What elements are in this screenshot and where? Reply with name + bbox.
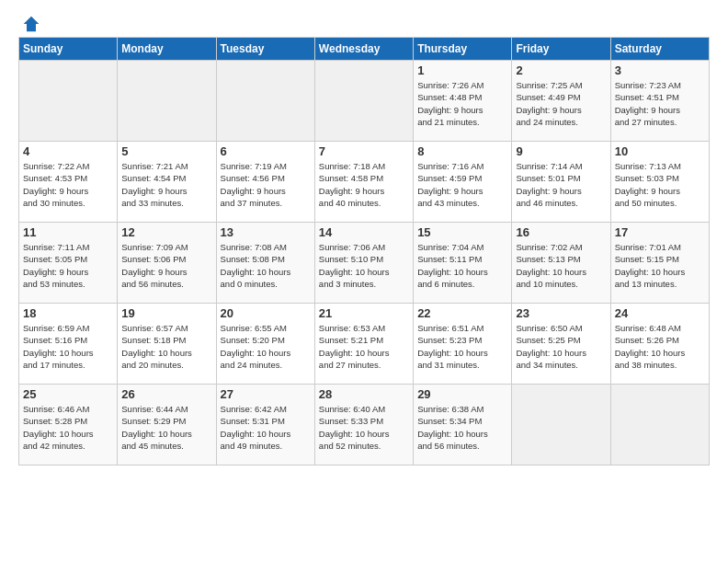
day-info: Sunrise: 7:18 AM Sunset: 4:58 PM Dayligh… [319,160,409,209]
day-number: 19 [121,306,211,320]
calendar-cell: 29Sunrise: 6:38 AM Sunset: 5:34 PM Dayli… [414,385,512,465]
day-info: Sunrise: 7:13 AM Sunset: 5:03 PM Dayligh… [615,160,705,209]
calendar-day-header: Friday [512,38,610,61]
day-info: Sunrise: 6:53 AM Sunset: 5:21 PM Dayligh… [319,322,409,371]
calendar-cell [314,61,413,142]
calendar-cell: 11Sunrise: 7:11 AM Sunset: 5:05 PM Dayli… [19,223,118,304]
calendar-week-row: 25Sunrise: 6:46 AM Sunset: 5:28 PM Dayli… [19,385,710,465]
calendar-cell: 6Sunrise: 7:19 AM Sunset: 4:56 PM Daylig… [216,142,314,223]
calendar-cell: 19Sunrise: 6:57 AM Sunset: 5:18 PM Dayli… [118,304,216,385]
day-number: 5 [121,144,211,158]
day-info: Sunrise: 7:23 AM Sunset: 4:51 PM Dayligh… [615,79,705,128]
calendar-cell: 14Sunrise: 7:06 AM Sunset: 5:10 PM Dayli… [314,223,413,304]
day-info: Sunrise: 7:08 AM Sunset: 5:08 PM Dayligh… [221,241,311,290]
calendar-day-header: Saturday [610,38,709,61]
day-info: Sunrise: 6:48 AM Sunset: 5:26 PM Dayligh… [615,322,705,371]
calendar-cell [19,61,118,142]
calendar-cell: 17Sunrise: 7:01 AM Sunset: 5:15 PM Dayli… [610,223,709,304]
day-info: Sunrise: 6:57 AM Sunset: 5:18 PM Dayligh… [121,322,211,371]
calendar-week-row: 4Sunrise: 7:22 AM Sunset: 4:53 PM Daylig… [19,142,710,223]
day-number: 26 [121,387,211,401]
day-number: 20 [221,306,311,320]
day-info: Sunrise: 6:38 AM Sunset: 5:34 PM Dayligh… [417,403,507,452]
calendar-cell: 10Sunrise: 7:13 AM Sunset: 5:03 PM Dayli… [610,142,709,223]
calendar-cell [610,385,709,465]
day-info: Sunrise: 6:42 AM Sunset: 5:31 PM Dayligh… [221,403,311,452]
calendar-day-header: Monday [118,38,216,61]
svg-marker-0 [24,17,40,32]
calendar-day-header: Tuesday [216,38,314,61]
logo [18,15,42,33]
calendar-cell: 26Sunrise: 6:44 AM Sunset: 5:29 PM Dayli… [118,385,216,465]
day-number: 2 [516,63,606,77]
calendar-cell: 9Sunrise: 7:14 AM Sunset: 5:01 PM Daylig… [512,142,610,223]
calendar-cell: 5Sunrise: 7:21 AM Sunset: 4:54 PM Daylig… [118,142,216,223]
day-info: Sunrise: 7:21 AM Sunset: 4:54 PM Dayligh… [121,160,211,209]
day-info: Sunrise: 7:01 AM Sunset: 5:15 PM Dayligh… [615,241,705,290]
day-info: Sunrise: 7:26 AM Sunset: 4:48 PM Dayligh… [417,79,507,128]
page-container: SundayMondayTuesdayWednesdayThursdayFrid… [0,0,728,477]
calendar-week-row: 1Sunrise: 7:26 AM Sunset: 4:48 PM Daylig… [19,61,710,142]
calendar-day-header: Thursday [414,38,512,61]
day-info: Sunrise: 7:25 AM Sunset: 4:49 PM Dayligh… [516,79,606,128]
calendar-cell [512,385,610,465]
calendar-cell: 28Sunrise: 6:40 AM Sunset: 5:33 PM Dayli… [314,385,413,465]
day-number: 15 [417,225,507,239]
day-info: Sunrise: 6:55 AM Sunset: 5:20 PM Dayligh… [221,322,311,371]
calendar-cell [118,61,216,142]
calendar-cell: 1Sunrise: 7:26 AM Sunset: 4:48 PM Daylig… [414,61,512,142]
logo-icon [22,15,40,33]
day-number: 4 [23,144,113,158]
day-number: 14 [319,225,409,239]
calendar-cell: 16Sunrise: 7:02 AM Sunset: 5:13 PM Dayli… [512,223,610,304]
day-info: Sunrise: 7:06 AM Sunset: 5:10 PM Dayligh… [319,241,409,290]
calendar-header-row: SundayMondayTuesdayWednesdayThursdayFrid… [19,38,710,61]
day-info: Sunrise: 7:02 AM Sunset: 5:13 PM Dayligh… [516,241,606,290]
day-info: Sunrise: 6:51 AM Sunset: 5:23 PM Dayligh… [417,322,507,371]
day-number: 13 [221,225,311,239]
day-number: 24 [615,306,705,320]
day-number: 6 [221,144,311,158]
header [18,15,710,33]
day-number: 9 [516,144,606,158]
day-info: Sunrise: 6:40 AM Sunset: 5:33 PM Dayligh… [319,403,409,452]
calendar-cell: 25Sunrise: 6:46 AM Sunset: 5:28 PM Dayli… [19,385,118,465]
day-number: 22 [417,306,507,320]
day-info: Sunrise: 7:22 AM Sunset: 4:53 PM Dayligh… [23,160,113,209]
day-number: 18 [23,306,113,320]
calendar-cell: 24Sunrise: 6:48 AM Sunset: 5:26 PM Dayli… [610,304,709,385]
day-number: 11 [23,225,113,239]
day-info: Sunrise: 6:50 AM Sunset: 5:25 PM Dayligh… [516,322,606,371]
calendar-day-header: Wednesday [314,38,413,61]
calendar-cell: 12Sunrise: 7:09 AM Sunset: 5:06 PM Dayli… [118,223,216,304]
day-info: Sunrise: 7:19 AM Sunset: 4:56 PM Dayligh… [221,160,311,209]
calendar-cell: 8Sunrise: 7:16 AM Sunset: 4:59 PM Daylig… [414,142,512,223]
calendar-cell: 2Sunrise: 7:25 AM Sunset: 4:49 PM Daylig… [512,61,610,142]
calendar-cell: 15Sunrise: 7:04 AM Sunset: 5:11 PM Dayli… [414,223,512,304]
day-info: Sunrise: 7:16 AM Sunset: 4:59 PM Dayligh… [417,160,507,209]
calendar-cell: 4Sunrise: 7:22 AM Sunset: 4:53 PM Daylig… [19,142,118,223]
day-info: Sunrise: 7:09 AM Sunset: 5:06 PM Dayligh… [121,241,211,290]
calendar-cell: 13Sunrise: 7:08 AM Sunset: 5:08 PM Dayli… [216,223,314,304]
day-number: 12 [121,225,211,239]
calendar-cell: 18Sunrise: 6:59 AM Sunset: 5:16 PM Dayli… [19,304,118,385]
day-number: 16 [516,225,606,239]
calendar-cell: 22Sunrise: 6:51 AM Sunset: 5:23 PM Dayli… [414,304,512,385]
calendar-cell: 27Sunrise: 6:42 AM Sunset: 5:31 PM Dayli… [216,385,314,465]
calendar-cell: 20Sunrise: 6:55 AM Sunset: 5:20 PM Dayli… [216,304,314,385]
day-number: 23 [516,306,606,320]
calendar-cell: 7Sunrise: 7:18 AM Sunset: 4:58 PM Daylig… [314,142,413,223]
day-number: 7 [319,144,409,158]
day-number: 29 [417,387,507,401]
day-number: 25 [23,387,113,401]
calendar-cell [216,61,314,142]
calendar-week-row: 18Sunrise: 6:59 AM Sunset: 5:16 PM Dayli… [19,304,710,385]
calendar-cell: 3Sunrise: 7:23 AM Sunset: 4:51 PM Daylig… [610,61,709,142]
day-number: 1 [417,63,507,77]
day-number: 27 [221,387,311,401]
day-info: Sunrise: 7:14 AM Sunset: 5:01 PM Dayligh… [516,160,606,209]
day-info: Sunrise: 6:44 AM Sunset: 5:29 PM Dayligh… [121,403,211,452]
day-number: 3 [615,63,705,77]
day-number: 8 [417,144,507,158]
day-info: Sunrise: 6:46 AM Sunset: 5:28 PM Dayligh… [23,403,113,452]
